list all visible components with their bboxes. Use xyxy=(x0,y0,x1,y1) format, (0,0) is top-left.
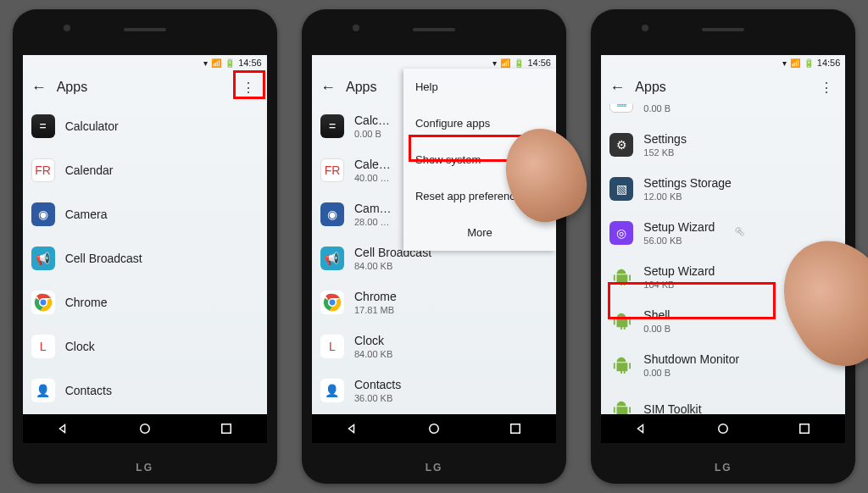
phone-screen: ▾ 📶 🔋 14:56 ← Apps =Calc…0.00 BFRCale…40… xyxy=(312,55,556,443)
app-icon xyxy=(609,397,633,414)
app-name: Cale… xyxy=(354,158,391,171)
app-name: Settings Storage xyxy=(643,176,732,190)
phone-camera xyxy=(642,25,648,31)
page-title: Apps xyxy=(346,80,376,95)
mouse-cursor-icon: ↖ xyxy=(735,224,745,238)
app-icon: ▧ xyxy=(609,177,633,201)
status-bar: ▾ 📶 🔋 14:56 xyxy=(601,55,845,70)
phone-camera xyxy=(64,25,70,31)
app-name: Setup Wizard xyxy=(643,264,715,278)
app-size: 12.00 KB xyxy=(643,191,732,202)
nav-recent[interactable] xyxy=(506,419,525,438)
app-icon xyxy=(320,291,344,314)
app-size: 36.00 KB xyxy=(354,393,401,403)
status-time: 14:56 xyxy=(817,58,841,68)
battery-icon: 🔋 xyxy=(804,58,814,68)
app-row[interactable]: Chrome xyxy=(23,280,267,324)
app-row[interactable]: ▦ServiceMenu0.00 B xyxy=(601,104,845,123)
app-size: 0.00 B xyxy=(354,129,390,139)
app-name: Contacts xyxy=(354,378,401,391)
status-time: 14:56 xyxy=(527,58,551,68)
app-icon: ◉ xyxy=(31,202,55,226)
app-size: 56.00 KB xyxy=(643,235,715,246)
phone-panel-2: ▾ 📶 🔋 14:56 ← Apps =Calc…0.00 BFRCale…40… xyxy=(289,0,578,493)
phone-brand: LG xyxy=(302,462,566,474)
back-icon[interactable]: ← xyxy=(320,79,336,97)
app-icon: ▦ xyxy=(609,104,633,113)
app-row[interactable]: FRCalendar xyxy=(23,148,267,192)
app-row[interactable]: Chrome17.81 MB xyxy=(312,280,556,324)
phone-brand: LG xyxy=(13,462,277,474)
app-icon xyxy=(609,353,633,377)
back-icon[interactable]: ← xyxy=(31,79,47,97)
app-icon: 👤 xyxy=(320,379,344,402)
nav-home[interactable] xyxy=(714,419,732,438)
app-icon xyxy=(609,265,633,289)
app-name: Shell xyxy=(643,308,670,322)
phone-speaker xyxy=(413,28,455,31)
nav-back[interactable] xyxy=(54,419,73,438)
app-size: 84.00 KB xyxy=(354,349,392,359)
app-name: Calendar xyxy=(65,163,114,177)
app-row[interactable]: 👤Contacts36.00 KB xyxy=(312,368,556,413)
app-row[interactable]: 👤Contacts xyxy=(23,368,267,413)
signal-icon: 📶 xyxy=(211,58,221,68)
nav-home[interactable] xyxy=(136,419,154,438)
app-icon: 📢 xyxy=(31,246,55,270)
phone-frame: ▾ 📶 🔋 14:56 ← Apps =Calc…0.00 BFRCale…40… xyxy=(302,9,566,484)
app-icon: ⚙ xyxy=(609,133,633,157)
signal-icon: 📶 xyxy=(500,58,510,68)
app-icon: = xyxy=(320,114,344,138)
app-name: Clock xyxy=(65,340,95,353)
app-size: 84.00 KB xyxy=(354,261,431,271)
nav-back[interactable] xyxy=(632,419,651,438)
app-icon: 📢 xyxy=(320,246,344,270)
apps-list[interactable]: =CalculatorFRCalendar◉Camera📢Cell Broadc… xyxy=(23,104,267,414)
app-size: 0.00 B xyxy=(643,104,713,114)
phone-brand: LG xyxy=(591,462,855,474)
app-name: Cell Broadcast xyxy=(65,252,142,265)
app-icon: = xyxy=(31,114,55,138)
app-name: Cam… xyxy=(354,202,392,215)
nav-back[interactable] xyxy=(343,419,362,438)
nav-recent[interactable] xyxy=(795,419,814,438)
more-button[interactable]: ⋮ xyxy=(238,77,259,97)
phone-speaker xyxy=(124,28,166,31)
more-button[interactable]: ⋮ xyxy=(816,77,837,97)
nav-recent[interactable] xyxy=(217,419,236,438)
app-icon: 👤 xyxy=(31,379,55,402)
app-row[interactable]: 📢Cell Broadcast xyxy=(23,236,267,280)
app-bar: ← Apps ⋮ xyxy=(601,70,845,104)
app-row[interactable]: LClock xyxy=(23,324,267,368)
app-name: Camera xyxy=(65,208,108,221)
app-name: Contacts xyxy=(65,384,112,397)
phone-frame: ▾ 📶 🔋 14:56 ← Apps ⋮ ▦ServiceMenu0.00 B⚙… xyxy=(591,9,855,484)
phone-screen: ▾ 📶 🔋 14:56 ← Apps ⋮ =CalculatorFRCalend… xyxy=(23,55,267,443)
signal-icon: 📶 xyxy=(790,58,800,68)
app-icon xyxy=(31,291,55,314)
app-size: 104 KB xyxy=(643,280,715,290)
nav-home[interactable] xyxy=(425,419,443,438)
app-icon: ◎ xyxy=(609,221,633,245)
back-icon[interactable]: ← xyxy=(609,79,625,97)
wifi-icon: ▾ xyxy=(203,58,208,68)
app-row[interactable]: ⚙Settings152 KB xyxy=(601,123,845,167)
menu-item-help[interactable]: Help xyxy=(403,69,556,105)
app-name: Calc… xyxy=(354,114,390,127)
app-name: Setup Wizard xyxy=(643,220,715,234)
wifi-icon: ▾ xyxy=(492,58,497,68)
app-icon xyxy=(609,309,633,333)
app-name: Chrome xyxy=(354,290,397,303)
app-row[interactable]: LClock84.00 KB xyxy=(312,324,556,368)
app-size: 0.00 B xyxy=(643,324,670,334)
app-row[interactable]: ▧Settings Storage12.00 KB xyxy=(601,167,845,211)
app-row[interactable]: ◉Camera xyxy=(23,192,267,236)
battery-icon: 🔋 xyxy=(225,58,235,68)
app-row[interactable]: =Calculator xyxy=(23,104,267,148)
phone-speaker xyxy=(702,28,744,31)
svg-rect-13 xyxy=(800,424,810,434)
app-icon: FR xyxy=(31,158,55,182)
app-size: 17.81 MB xyxy=(354,305,397,315)
app-row[interactable]: SIM Toolkit xyxy=(601,387,845,414)
app-name: Clock xyxy=(354,334,392,347)
